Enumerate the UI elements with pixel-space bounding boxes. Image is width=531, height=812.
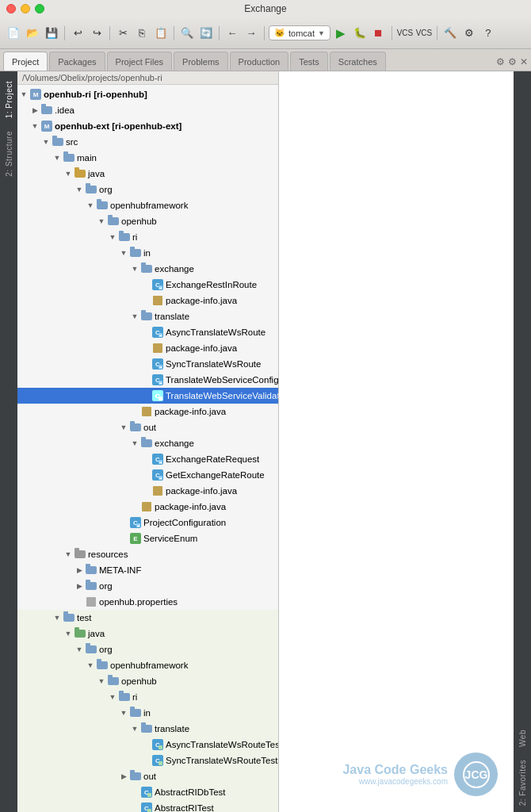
file-tree[interactable]: Mopenhub-ri [ri-openhub].ideaMopenhub-ex… xyxy=(17,85,278,812)
tree-item-org-test[interactable]: org xyxy=(17,642,278,657)
tree-item-java-test[interactable]: java xyxy=(17,626,278,642)
tree-toggle-openhubframework-test[interactable] xyxy=(84,659,97,672)
run-config-selector[interactable]: 🐱 tomcat ▼ xyxy=(269,25,330,40)
tab-tests[interactable]: Tests xyxy=(290,52,328,71)
tree-toggle-main[interactable] xyxy=(51,151,63,164)
tree-toggle-ExchangeRestInRoute[interactable] xyxy=(139,278,152,291)
tree-item-openhubframework[interactable]: openhubframework xyxy=(17,197,278,213)
tree-toggle-AbstractRITest[interactable] xyxy=(128,802,141,812)
tree-toggle-in-test[interactable] xyxy=(117,707,130,719)
redo-button[interactable]: ↪ xyxy=(88,25,105,42)
tree-toggle-ServiceEnum[interactable] xyxy=(117,532,130,545)
maximize-button[interactable] xyxy=(35,4,44,13)
tree-toggle-SyncTranslateWsRoute[interactable] xyxy=(139,358,152,370)
tree-item-AbstractRIDbTest[interactable]: CAbstractRIDbTest xyxy=(17,784,278,800)
tree-item-ServiceEnum[interactable]: EServiceEnum xyxy=(17,530,278,546)
tree-item-main[interactable]: main xyxy=(17,150,278,166)
tree-toggle-idea[interactable] xyxy=(29,104,41,117)
tree-toggle-openhub-properties[interactable] xyxy=(73,596,86,608)
tab-project[interactable]: Project xyxy=(3,52,48,71)
debug-button[interactable]: 🐛 xyxy=(351,25,369,42)
replace-button[interactable]: 🔄 xyxy=(197,25,215,42)
paste-button[interactable]: 📋 xyxy=(152,25,170,42)
tree-toggle-openhub-ext[interactable] xyxy=(29,120,41,132)
tab-packages[interactable]: Packages xyxy=(49,52,105,71)
settings-button[interactable]: ⚙ xyxy=(460,25,478,42)
tree-item-java[interactable]: java xyxy=(17,166,278,182)
tree-item-GetExchangeRateRoute[interactable]: CʜGetExchangeRateRoute xyxy=(17,467,278,483)
tree-item-out[interactable]: out xyxy=(17,419,278,435)
tree-item-openhubframework-test[interactable]: openhubframework xyxy=(17,657,278,673)
tree-toggle-openhub-ri[interactable] xyxy=(17,88,30,101)
sidebar-item-project[interactable]: 1: Project xyxy=(3,75,15,124)
forward-button[interactable]: → xyxy=(243,25,260,42)
tree-toggle-package-info-out-exchange[interactable] xyxy=(139,485,152,497)
tree-item-TranslateWebServiceValidatingSources[interactable]: CʜTranslateWebServiceValidatingSources xyxy=(17,388,278,404)
tree-item-openhub-ri[interactable]: Mopenhub-ri [ri-openhub] xyxy=(17,86,278,102)
settings-gear-icon[interactable]: ⚙ xyxy=(496,56,505,67)
vcs-button[interactable]: VCS xyxy=(396,25,414,42)
tree-toggle-AsyncTranslateWsRouteTest[interactable] xyxy=(139,738,152,751)
tree-item-org[interactable]: org xyxy=(17,182,278,197)
tree-toggle-META-INF[interactable] xyxy=(73,564,86,576)
tree-toggle-translate[interactable] xyxy=(128,310,141,323)
tree-item-AsyncTranslateWsRouteTest[interactable]: CAsyncTranslateWsRouteTest xyxy=(17,737,278,753)
minimize-button[interactable] xyxy=(21,4,30,13)
tree-toggle-openhub[interactable] xyxy=(95,215,108,228)
tab-project-files[interactable]: Project Files xyxy=(107,52,173,71)
tree-item-src[interactable]: src xyxy=(17,134,278,150)
tree-item-AbstractRITest[interactable]: CAbstractRITest xyxy=(17,800,278,812)
tree-item-idea[interactable]: .idea xyxy=(17,102,278,118)
stop-button[interactable]: ⏹ xyxy=(370,25,388,42)
tree-toggle-ProjectConfiguration[interactable] xyxy=(117,516,130,529)
new-file-button[interactable]: 📄 xyxy=(5,25,22,42)
find-button[interactable]: 🔍 xyxy=(178,25,196,42)
tree-item-package-info-translate[interactable]: package-info.java xyxy=(17,340,278,356)
tree-toggle-org[interactable] xyxy=(73,183,86,196)
back-button[interactable]: ← xyxy=(223,25,241,42)
tree-item-out-test[interactable]: out xyxy=(17,768,278,784)
tree-item-resources[interactable]: resources xyxy=(17,546,278,562)
tree-toggle-resources[interactable] xyxy=(62,548,74,561)
tree-item-exchange[interactable]: exchange xyxy=(17,261,278,277)
tree-toggle-openhub-test[interactable] xyxy=(95,675,108,688)
tree-item-translate-test[interactable]: translate xyxy=(17,721,278,737)
tree-item-in[interactable]: in xyxy=(17,245,278,261)
tree-toggle-ri[interactable] xyxy=(106,231,119,243)
tab-problems[interactable]: Problems xyxy=(174,52,227,71)
tree-item-ProjectConfiguration[interactable]: CʜProjectConfiguration xyxy=(17,515,278,530)
tree-toggle-translate-test[interactable] xyxy=(128,722,141,735)
tree-toggle-java[interactable] xyxy=(62,167,74,180)
tree-toggle-exchange[interactable] xyxy=(128,262,141,275)
tree-toggle-AbstractRIDbTest[interactable] xyxy=(128,786,141,799)
tree-item-package-info-in[interactable]: package-info.java xyxy=(17,404,278,419)
tab-production[interactable]: Production xyxy=(230,52,289,71)
gear-icon[interactable]: ⚙ xyxy=(508,56,517,67)
tree-toggle-package-info-exchange[interactable] xyxy=(139,294,152,307)
tree-toggle-package-info-translate[interactable] xyxy=(139,342,152,354)
tree-item-TranslateWebServiceConfig[interactable]: CʜTranslateWebServiceConfig xyxy=(17,372,278,388)
tree-item-META-INF[interactable]: META-INF xyxy=(17,562,278,578)
tree-toggle-TranslateWebServiceValidatingSources[interactable] xyxy=(139,389,152,402)
tree-item-openhub-test[interactable]: openhub xyxy=(17,673,278,689)
copy-button[interactable]: ⎘ xyxy=(133,25,151,42)
tree-toggle-org-res[interactable] xyxy=(73,580,86,592)
tree-item-ExchangeRateRequest[interactable]: CʜExchangeRateRequest xyxy=(17,451,278,467)
tree-toggle-GetExchangeRateRoute[interactable] xyxy=(139,469,152,481)
cut-button[interactable]: ✂ xyxy=(114,25,132,42)
tree-toggle-out[interactable] xyxy=(117,421,130,434)
tree-item-ExchangeRestInRoute[interactable]: CʜExchangeRestInRoute xyxy=(17,277,278,293)
tree-item-SyncTranslateWsRouteTest[interactable]: CSyncTranslateWsRouteTest xyxy=(17,753,278,768)
undo-button[interactable]: ↩ xyxy=(69,25,86,42)
tree-item-test[interactable]: test xyxy=(17,610,278,626)
tree-toggle-in[interactable] xyxy=(117,247,130,259)
tree-toggle-test[interactable] xyxy=(51,611,63,624)
help-button[interactable]: ? xyxy=(479,25,497,42)
tree-item-openhub[interactable]: openhub xyxy=(17,213,278,229)
tree-item-org-res[interactable]: org xyxy=(17,578,278,594)
close-button[interactable] xyxy=(6,4,16,13)
tree-toggle-TranslateWebServiceConfig[interactable] xyxy=(139,373,152,386)
tree-toggle-org-test[interactable] xyxy=(73,643,86,656)
tree-toggle-ri-test[interactable] xyxy=(106,691,119,703)
tree-item-package-info-out-exchange[interactable]: package-info.java xyxy=(17,483,278,499)
